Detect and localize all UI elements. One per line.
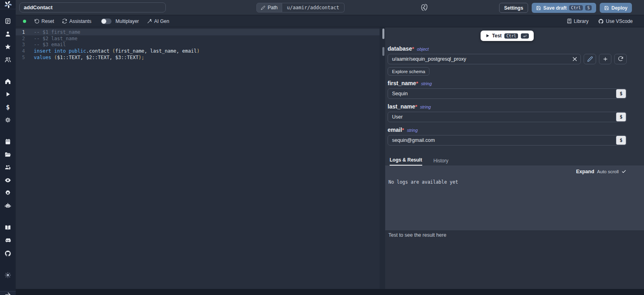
ai-gen-label: AI Gen: [154, 18, 169, 24]
code-line[interactable]: 1-- $1 first_name: [16, 29, 380, 35]
main-area: Path u/aamir/addcontact Settings: [16, 0, 644, 295]
insert-variable-button[interactable]: $: [616, 136, 626, 145]
sidebar-item-favorites[interactable]: [2, 41, 14, 52]
add-resource-button[interactable]: [599, 54, 611, 64]
edit-path-button[interactable]: Path: [256, 3, 282, 12]
script-name-input[interactable]: [19, 2, 166, 12]
field-label-first-name: first_name* string: [388, 80, 627, 86]
github-icon: [4, 250, 11, 257]
save-icon: [536, 6, 541, 10]
sidebar-item-folders[interactable]: [2, 149, 14, 160]
runs-icon: [4, 91, 11, 98]
user-icon: [4, 31, 11, 37]
ai-gen-button[interactable]: AI Gen: [147, 18, 169, 24]
field-type: string: [420, 104, 431, 109]
sidebar: $: [0, 0, 16, 295]
windmill-pinwheel-icon: [4, 0, 12, 9]
pane-splitter[interactable]: [380, 27, 385, 295]
database-resource-input[interactable]: [388, 54, 581, 64]
multiplayer-label: Multiplayer: [116, 18, 139, 24]
insert-variable-button[interactable]: $: [616, 89, 626, 98]
pencil-icon: [261, 6, 265, 10]
sidebar-icons: $: [2, 9, 14, 291]
first-name-input[interactable]: [388, 88, 627, 99]
email-input[interactable]: [388, 135, 627, 145]
sidebar-item-theme-toggle[interactable]: [2, 269, 14, 281]
sidebar-item-ai[interactable]: [2, 200, 14, 211]
field-type: object: [417, 47, 429, 51]
insert-variable-button[interactable]: $: [616, 113, 626, 121]
code-line[interactable]: 5values ($1::TEXT, $2::TEXT, $3::TEXT);: [16, 54, 380, 61]
apps-icon: [4, 18, 11, 25]
line-number: 5: [16, 55, 30, 60]
refresh-resource-button[interactable]: [614, 54, 627, 64]
save-icon: [604, 6, 609, 10]
sidebar-item-home[interactable]: [2, 76, 14, 87]
field-name: first_name: [388, 80, 416, 86]
sidebar-item-resources[interactable]: [2, 114, 14, 125]
autoscroll-toggle[interactable]: Auto scroll: [597, 169, 619, 174]
audit-logs-icon: [4, 177, 11, 184]
content-row: 1-- $1 first_name2-- $2 last_name3-- $3 …: [16, 27, 644, 295]
sidebar-item-groups[interactable]: [2, 54, 14, 65]
scrollbar-thumb[interactable]: [382, 29, 384, 39]
scrollbar-thumb[interactable]: [382, 47, 384, 56]
docs-icon: [4, 224, 11, 231]
code-line[interactable]: 2-- $2 last_name: [16, 35, 380, 42]
expand-button[interactable]: Expand: [576, 169, 594, 174]
code-editor[interactable]: 1-- $1 first_name2-- $2 last_name3-- $3 …: [16, 27, 380, 295]
save-draft-button[interactable]: Save draft Ctrl S: [532, 3, 596, 13]
explore-schema-button[interactable]: Explore schema: [388, 67, 429, 76]
sidebar-item-discord[interactable]: [2, 235, 14, 246]
clear-icon[interactable]: [572, 56, 578, 62]
sidebar-item-docs[interactable]: [2, 222, 14, 233]
edit-resource-button[interactable]: [584, 54, 596, 64]
tab-history[interactable]: History: [433, 158, 448, 166]
kbd-s: S: [585, 5, 592, 10]
sidebar-item-schedules[interactable]: [2, 136, 14, 147]
deploy-button[interactable]: Deploy: [600, 3, 632, 13]
kbd-ctrl: Ctrl: [569, 5, 583, 10]
test-button[interactable]: Test Ctrl: [481, 31, 534, 41]
logs-empty-text: No logs are available yet: [388, 179, 458, 185]
assistants-button[interactable]: Assistants: [62, 18, 91, 24]
reset-button[interactable]: Reset: [34, 18, 54, 24]
postgresql-icon: [420, 3, 429, 12]
sync-icon: [62, 18, 67, 24]
required-mark: *: [412, 46, 414, 52]
tab-logs-result[interactable]: Logs & Result: [390, 157, 422, 166]
sidebar-item-apps[interactable]: [2, 15, 14, 27]
multiplayer-toggle[interactable]: [101, 18, 111, 24]
windmill-logo[interactable]: [0, 0, 16, 9]
path-value[interactable]: u/aamir/addcontact: [282, 3, 345, 12]
toolbar-right: Library Use VScode: [567, 18, 633, 24]
use-vscode-button[interactable]: Use VScode: [598, 18, 633, 24]
topbar: Path u/aamir/addcontact Settings: [16, 0, 644, 15]
groups-icon: [4, 56, 11, 63]
save-draft-label: Save draft: [543, 5, 567, 11]
result-placeholder-text: Test to see the result here: [388, 232, 641, 238]
required-mark: *: [402, 127, 404, 133]
code-line[interactable]: 3-- $3 email: [16, 41, 380, 48]
sidebar-item-settings[interactable]: [2, 187, 14, 199]
library-button[interactable]: Library: [567, 18, 589, 24]
code-line[interactable]: 4insert into public.contact (first_name,…: [16, 48, 380, 54]
library-label: Library: [574, 18, 589, 24]
sidebar-item-user[interactable]: [2, 28, 14, 39]
sidebar-item-variables[interactable]: $: [2, 101, 14, 113]
field-label-last-name: last_name* string: [388, 103, 627, 110]
field-label-email: email* string: [388, 127, 627, 133]
resources-icon: [4, 117, 11, 123]
sidebar-item-audit-logs[interactable]: [2, 174, 14, 186]
sidebar-item-expand-sidebar[interactable]: [0, 291, 16, 295]
vscode-icon: [598, 18, 604, 24]
play-icon: [485, 34, 489, 38]
last-name-input[interactable]: [388, 112, 627, 122]
sidebar-item-workers[interactable]: [2, 162, 14, 173]
sidebar-item-runs[interactable]: [2, 88, 14, 100]
use-vscode-label: Use VScode: [606, 18, 633, 24]
line-number: 3: [16, 42, 30, 47]
undo-icon: [34, 18, 39, 24]
settings-button[interactable]: Settings: [499, 3, 528, 13]
sidebar-item-github[interactable]: [2, 248, 14, 259]
